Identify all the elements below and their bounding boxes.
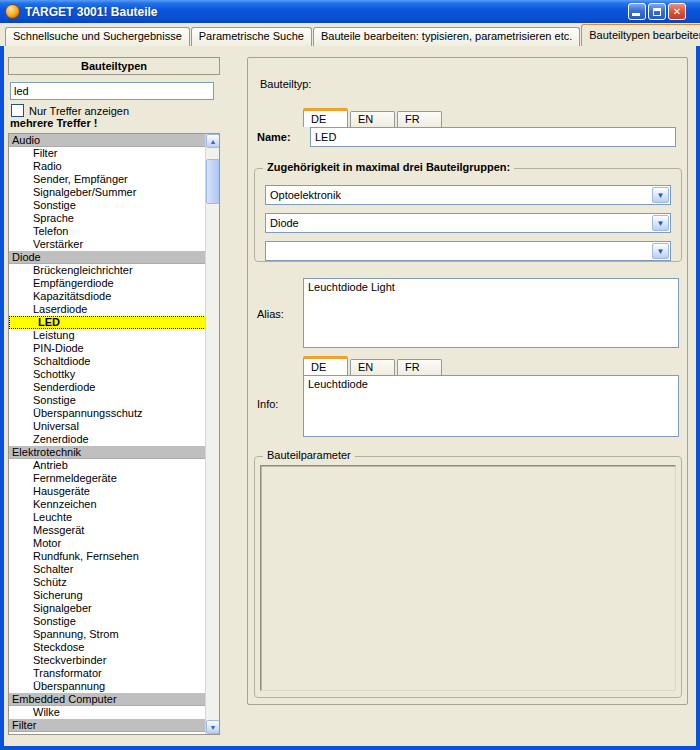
tree-category-diode[interactable]: Diode [9,251,206,264]
lang-tab-de[interactable]: DE [303,356,348,375]
lang-tab-en[interactable]: EN [350,111,395,127]
select-value: Diode [266,217,651,229]
scroll-down-icon[interactable]: ▼ [206,720,220,734]
tree-item-sprache[interactable]: Sprache [9,212,206,225]
bauteiltypen-list: AudioFilterRadioSender, EmpfängerSignalg… [8,133,220,735]
tree-item-led[interactable]: LED [9,316,206,329]
tree-item-verstärker[interactable]: Verstärker [9,238,206,251]
nur-treffer-label: Nur Treffer anzeigen [29,105,129,117]
maximize-button[interactable] [648,3,666,20]
tree-item-sonstige[interactable]: Sonstige [9,394,206,407]
alias-label: Alias: [257,308,284,320]
lang-tab-en[interactable]: EN [350,359,395,375]
scroll-up-icon[interactable]: ▲ [206,134,220,148]
tree-item-kennzeichen[interactable]: Kennzeichen [9,498,206,511]
tree-item-pin-diode[interactable]: PIN-Diode [9,342,206,355]
tree-item-hausgeräte[interactable]: Hausgeräte [9,485,206,498]
nur-treffer-checkbox[interactable] [11,104,24,117]
minimize-button[interactable] [628,3,646,20]
lang-tab-de[interactable]: DE [303,108,348,127]
nur-treffer-row: Nur Treffer anzeigen [11,104,129,117]
lang-tab-fr[interactable]: FR [397,359,442,375]
scrollbar-thumb[interactable] [206,159,220,204]
tree-item-radio[interactable]: Radio [9,160,206,173]
bauteilgruppe-select-3[interactable]: ▼ [265,241,671,261]
lang-tab-fr[interactable]: FR [397,111,442,127]
tree-item-telefon[interactable]: Telefon [9,225,206,238]
name-input[interactable] [310,127,676,147]
bauteilparameter-area [260,465,676,691]
tree-category-filter[interactable]: Filter [9,719,206,732]
main-tab-bar: Schnellsuche und SuchergebnisseParametri… [0,23,700,46]
tree-item-fernmeldegeräte[interactable]: Fernmeldegeräte [9,472,206,485]
tab-schnellsuche-und-suchergebnisse[interactable]: Schnellsuche und Suchergebnisse [5,27,190,46]
tree-item-motor[interactable]: Motor [9,537,206,550]
tab-bauteiltypen-bearbeiten[interactable]: Bauteiltypen bearbeiten [581,24,700,46]
window-controls: ✕ [628,3,686,20]
close-icon: ✕ [673,7,681,17]
info-textarea[interactable]: Leuchtdiode [303,375,679,437]
window-title: TARGET 3001! Bauteile [25,5,628,19]
tree-item-kapazitätsdiode[interactable]: Kapazitätsdiode [9,290,206,303]
tree-item-zenerdiode[interactable]: Zenerdiode [9,433,206,446]
bauteilparameter-groupbox: Bauteilparameter [254,456,682,698]
name-lang-tabs: DEENFR [303,108,444,127]
tree-item-signalgeber[interactable]: Signalgeber [9,602,206,615]
tree-category-audio[interactable]: Audio [9,134,206,147]
maximize-icon [653,8,661,16]
app-window: TARGET 3001! Bauteile ✕ Schnellsuche und… [0,0,700,750]
list-scrollbar[interactable]: ▲ ▼ [205,134,219,734]
search-input[interactable] [10,82,214,100]
tree-item-signalgeber-summer[interactable]: Signalgeber/Summer [9,186,206,199]
tree-category-elektrotechnik[interactable]: Elektrotechnik [9,446,206,459]
tree-item-leistung[interactable]: Leistung [9,329,206,342]
bauteilgruppe-select-1[interactable]: Optoelektronik▼ [265,185,671,205]
tree-item-sonstige[interactable]: Sonstige [9,615,206,628]
bauteilgruppe-select-2[interactable]: Diode▼ [265,213,671,233]
bauteilgruppen-groupbox: Zugehörigkeit in maximal drei Bauteilgru… [254,168,682,262]
bauteilgruppen-group-title: Zugehörigkeit in maximal drei Bauteilgru… [263,161,514,173]
tree-item-steckdose[interactable]: Steckdose [9,641,206,654]
tree-item-steckverbinder[interactable]: Steckverbinder [9,654,206,667]
tree-item-sicherung[interactable]: Sicherung [9,589,206,602]
close-button[interactable]: ✕ [668,3,686,20]
tree-item-überspannung[interactable]: Überspannung [9,680,206,693]
app-icon [5,4,20,19]
tree-item-empfängerdiode[interactable]: Empfängerdiode [9,277,206,290]
tree-item-filter[interactable]: Filter [9,147,206,160]
hits-text: mehrere Treffer ! [10,117,97,129]
bauteiltyp-panel: Bauteiltyp: DEENFR Name: Zugehörigkeit i… [247,57,688,705]
tree-item-messgerät[interactable]: Messgerät [9,524,206,537]
tree-item-leuchte[interactable]: Leuchte [9,511,206,524]
content-area: Bauteiltypen Nur Treffer anzeigen mehrer… [4,46,696,746]
alias-textarea[interactable]: Leuchtdiode Light [303,278,679,348]
tab-bauteile-bearbeiten-typisieren-parametrisieren-etc[interactable]: Bauteile bearbeiten: typisieren, paramet… [313,27,580,46]
tree-item-laserdiode[interactable]: Laserdiode [9,303,206,316]
tree-item-schütz[interactable]: Schütz [9,576,206,589]
tree-rows: AudioFilterRadioSender, EmpfängerSignalg… [9,134,206,735]
chevron-down-icon[interactable]: ▼ [652,187,669,203]
tree-item-sender-empfänger[interactable]: Sender, Empfänger [9,173,206,186]
tree-item-universal[interactable]: Universal [9,420,206,433]
tree-item-überspannungsschutz[interactable]: Überspannungsschutz [9,407,206,420]
chevron-down-icon[interactable]: ▼ [652,243,669,259]
tree-item-senderdiode[interactable]: Senderdiode [9,381,206,394]
tree-item-schottky[interactable]: Schottky [9,368,206,381]
tab-parametrische-suche[interactable]: Parametrische Suche [191,27,312,46]
info-lang-tabs: DEENFR [303,356,444,375]
info-label: Info: [257,398,278,410]
tree-item-schalter[interactable]: Schalter [9,563,206,576]
bauteilparameter-group-title: Bauteilparameter [263,449,355,461]
tree-item-sonstige[interactable]: Sonstige [9,199,206,212]
tree-item-brückengleichrichter[interactable]: Brückengleichrichter [9,264,206,277]
tree-item-transformator[interactable]: Transformator [9,667,206,680]
tree-item-audio[interactable]: Audio [9,732,206,735]
tree-item-rundfunk-fernsehen[interactable]: Rundfunk, Fernsehen [9,550,206,563]
minimize-icon [632,13,640,16]
tree-item-spannung-strom[interactable]: Spannung, Strom [9,628,206,641]
chevron-down-icon[interactable]: ▼ [652,215,669,231]
tree-category-embedded-computer[interactable]: Embedded Computer [9,693,206,706]
tree-item-wilke[interactable]: Wilke [9,706,206,719]
tree-item-schaltdiode[interactable]: Schaltdiode [9,355,206,368]
tree-item-antrieb[interactable]: Antrieb [9,459,206,472]
